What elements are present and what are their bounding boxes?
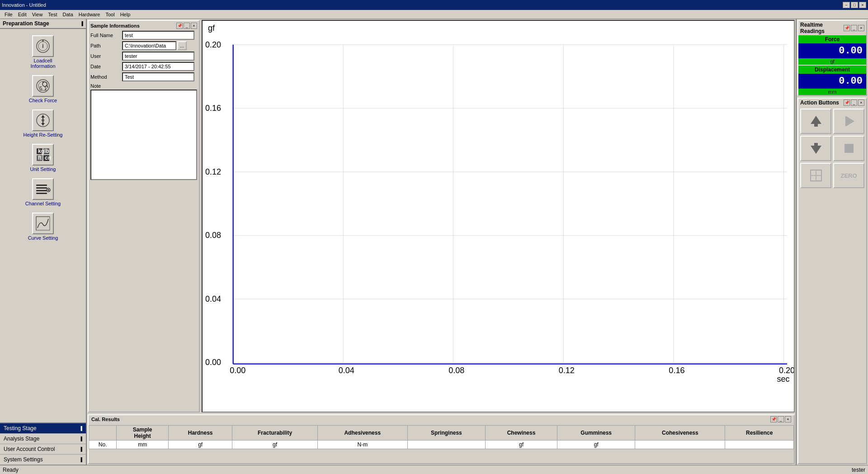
sidebar-item-channel[interactable]: Channel Setting <box>2 176 84 208</box>
user-input[interactable] <box>122 52 194 61</box>
user-row: User <box>90 52 197 61</box>
restore-button[interactable]: □ <box>851 2 858 8</box>
svg-rect-30 <box>36 217 50 230</box>
cal-results-close[interactable]: × <box>785 416 791 422</box>
sample-info-close[interactable]: × <box>191 23 197 29</box>
sidebar-testing-stage[interactable]: Testing Stage ▐ <box>0 423 86 434</box>
method-input[interactable] <box>122 72 194 81</box>
svg-marker-64 <box>811 146 821 154</box>
col-gumminess: Gumminess <box>557 426 635 441</box>
sample-info-header: Sample Informations 📌 _ × <box>90 23 197 29</box>
realtime-minimize[interactable]: _ <box>851 25 857 31</box>
title-bar: Innovation - Untitled − □ × <box>0 0 868 10</box>
curve-icon <box>32 213 54 234</box>
sidebar-resize-handle[interactable]: ▐ <box>80 21 83 26</box>
note-textarea[interactable] <box>90 90 197 180</box>
date-label: Date <box>90 64 122 69</box>
table-header-row-1: SampleHeight Hardness Fracturability Adh… <box>89 426 794 441</box>
window-title: Innovation - Untitled <box>2 2 46 8</box>
svg-text:cm: cm <box>45 155 51 161</box>
action-pin[interactable]: 📌 <box>844 100 850 106</box>
sidebar-item-unit[interactable]: kg lb ft cm Unit Setting <box>2 142 84 174</box>
menu-edit[interactable]: Edit <box>15 11 29 18</box>
center-area: Sample Informations 📌 _ × Full Name Path <box>87 19 796 465</box>
fullname-input[interactable] <box>122 31 194 40</box>
svg-rect-66 <box>844 144 854 153</box>
sidebar-analysis-stage[interactable]: Analysis Stage ▐ <box>0 434 86 444</box>
col-adhesiveness-unit: N-m <box>317 441 407 449</box>
note-section: Note <box>90 83 197 181</box>
move-up-button[interactable] <box>800 109 831 134</box>
action-close[interactable]: × <box>858 100 864 106</box>
unit-icon: kg lb ft cm <box>32 144 54 166</box>
realtime-controls: 📌 _ × <box>844 25 864 31</box>
cal-results-pin[interactable]: 📌 <box>770 416 777 422</box>
col-resilience-unit <box>725 441 794 449</box>
svg-text:i: i <box>42 43 43 49</box>
play-button[interactable] <box>833 109 864 134</box>
col-sample: SampleHeight <box>117 426 169 441</box>
menu-hardware[interactable]: Hardware <box>76 11 103 18</box>
path-label: Path <box>90 43 122 48</box>
sidebar-item-loadcell[interactable]: i Loadcell Information <box>2 33 84 71</box>
menu-data[interactable]: Data <box>60 11 76 18</box>
action-title: Action Buttons <box>800 100 839 106</box>
menu-help[interactable]: Help <box>118 11 133 18</box>
close-button[interactable]: × <box>859 2 866 8</box>
svg-marker-63 <box>845 116 854 127</box>
col-sample-unit: mm <box>117 441 169 449</box>
minimize-button[interactable]: − <box>843 2 850 8</box>
svg-text:sec: sec <box>777 374 789 384</box>
cal-results-minimize[interactable]: _ <box>778 416 784 422</box>
date-input[interactable] <box>122 62 194 71</box>
sample-info-pin[interactable]: 📌 <box>176 23 183 29</box>
svg-text:0.16: 0.16 <box>669 366 684 375</box>
sample-info-minimize[interactable]: _ <box>184 23 190 29</box>
chart-svg: gf 0.20 0.16 0.12 0.08 0.04 0.00 <box>203 21 794 412</box>
menu-view[interactable]: View <box>29 11 46 18</box>
zero-button[interactable]: ZERO <box>833 163 864 188</box>
svg-text:0.20: 0.20 <box>205 40 221 49</box>
svg-text:0.08: 0.08 <box>205 231 221 240</box>
col-springiness: Springiness <box>407 426 485 441</box>
sidebar-icons-container: i Loadcell Information 5 1 <box>0 29 86 247</box>
menu-test[interactable]: Test <box>45 11 60 18</box>
realtime-pin[interactable]: 📌 <box>844 25 850 31</box>
user-label: User <box>90 53 122 59</box>
move-down-button[interactable] <box>800 136 831 161</box>
realtime-panel: Realtime Readings 📌 _ × Force 0.00 gf Di… <box>797 20 867 96</box>
window-controls: − □ × <box>843 2 866 8</box>
checkforce-icon: 5 1 <box>32 75 54 97</box>
cal-results-table-container: SampleHeight Hardness Fracturability Adh… <box>89 425 794 449</box>
col-gumminess-unit: gf <box>557 441 635 449</box>
height-icon <box>32 109 54 131</box>
col-fracturability: Fracturability <box>232 426 318 441</box>
note-label: Note <box>90 83 122 89</box>
svg-rect-65 <box>814 143 818 146</box>
target-button[interactable] <box>800 163 831 188</box>
svg-text:0.16: 0.16 <box>205 104 221 113</box>
sidebar-user-account[interactable]: User Account Control ▐ <box>0 444 86 455</box>
path-input[interactable] <box>122 41 176 50</box>
action-minimize[interactable]: _ <box>851 100 857 106</box>
col-no-label: No. <box>89 441 117 449</box>
sidebar-bottom: Testing Stage ▐ Analysis Stage ▐ User Ac… <box>0 422 86 465</box>
sidebar-item-curve[interactable]: Curve Setting <box>2 211 84 242</box>
menu-tool[interactable]: Tool <box>103 11 117 18</box>
svg-rect-23 <box>36 185 47 186</box>
curve-label: Curve Setting <box>28 235 58 241</box>
sidebar-item-checkforce[interactable]: 5 1 Check Force <box>2 73 84 105</box>
sample-info-title: Sample Informations <box>90 23 140 28</box>
realtime-close[interactable]: × <box>858 25 864 31</box>
sidebar-item-height[interactable]: Height Re-Setting <box>2 108 84 139</box>
cal-results-table: SampleHeight Hardness Fracturability Adh… <box>89 425 794 449</box>
svg-text:kg: kg <box>38 148 44 154</box>
stop-button[interactable] <box>833 136 864 161</box>
col-chewiness-unit: gf <box>486 441 557 449</box>
svg-text:5 1: 5 1 <box>39 85 47 92</box>
col-hardness-unit: gf <box>169 441 232 449</box>
menu-file[interactable]: File <box>2 11 15 18</box>
sidebar-system-settings[interactable]: System Settings ▐ <box>0 455 86 465</box>
svg-text:0.12: 0.12 <box>559 366 575 375</box>
browse-button[interactable]: ... <box>177 41 187 50</box>
